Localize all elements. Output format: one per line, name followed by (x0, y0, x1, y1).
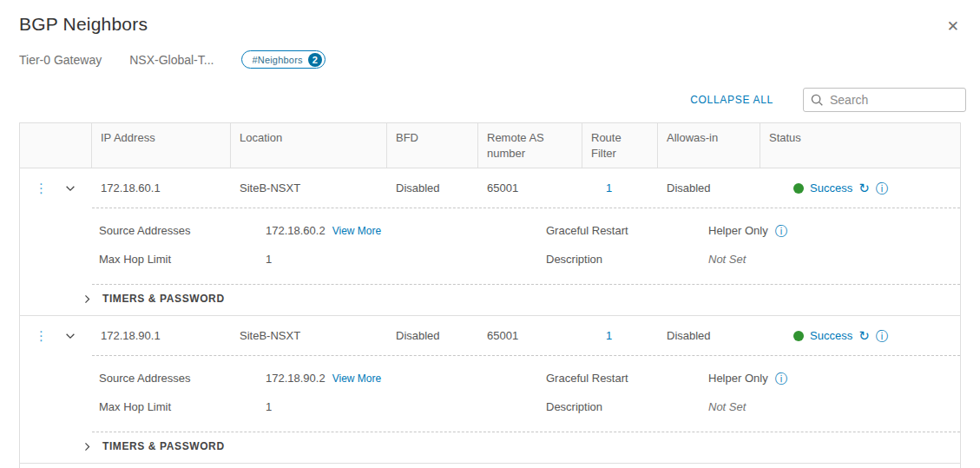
status-label[interactable]: Success (810, 181, 852, 194)
search-icon (811, 94, 824, 107)
cell-remote-as: 65001 (478, 181, 582, 194)
header-actions (20, 123, 92, 168)
kebab-menu-icon[interactable]: ⋮ (35, 181, 48, 194)
route-filter-link[interactable]: 1 (606, 329, 612, 342)
row-actions-cell: ⋮ (20, 316, 92, 355)
description-value: Not Set (708, 400, 960, 413)
info-icon[interactable]: ⓘ (775, 225, 787, 237)
row-actions-cell: ⋮ (20, 168, 92, 208)
graceful-restart-value: Helper Only (708, 372, 768, 385)
kebab-menu-icon[interactable]: ⋮ (35, 329, 48, 342)
header-location: Location (231, 123, 387, 168)
bgp-neighbors-dialog: BGP Neighbors ✕ Tier-0 Gateway NSX-Globa… (0, 0, 980, 468)
cell-bfd: Disabled (387, 181, 478, 194)
description-label: Description (546, 253, 708, 266)
timers-password-label[interactable]: TIMERS & PASSWORD (102, 440, 225, 452)
cell-ip-address: 172.18.90.1 (92, 329, 231, 342)
source-addresses-value: 172.18.90.2 (266, 372, 326, 385)
info-icon[interactable]: ⓘ (876, 182, 888, 194)
source-addresses-label: Source Addresses (99, 224, 266, 237)
status-dot (793, 331, 804, 341)
neighbors-table: IP Address Location BFD Remote AS number… (19, 122, 961, 468)
header-route-filter: Route Filter (582, 123, 658, 168)
table-row: ⋮ 172.18.60.1 SiteB-NSXT Disabled 65001 … (20, 168, 960, 316)
graceful-restart-label: Graceful Restart (546, 224, 708, 237)
search-box[interactable] (803, 88, 966, 112)
chevron-right-icon (82, 441, 93, 452)
page-title: BGP Neighbors (19, 14, 148, 35)
neighbors-count-badge[interactable]: #Neighbors 2 (241, 50, 325, 69)
graceful-restart-value: Helper Only (708, 224, 768, 237)
close-icon[interactable]: ✕ (942, 14, 964, 39)
source-addresses-label: Source Addresses (99, 372, 266, 385)
neighbor-details: Source Addresses 172.18.90.2View More Gr… (20, 356, 960, 432)
table-header-row: IP Address Location BFD Remote AS number… (20, 122, 960, 168)
cell-status: Success ↻ ⓘ (760, 181, 960, 194)
neighbor-main-row: ⋮ 172.18.90.1 SiteB-NSXT Disabled 65001 … (20, 316, 960, 355)
view-more-link[interactable]: View More (332, 225, 381, 237)
max-hop-limit-label: Max Hop Limit (99, 400, 266, 413)
breadcrumb-tier0-gateway: Tier-0 Gateway (19, 53, 102, 67)
timers-password-section[interactable]: TIMERS & PASSWORD (20, 432, 960, 463)
dialog-header: BGP Neighbors ✕ (0, 0, 980, 39)
cell-location: SiteB-NSXT (231, 181, 387, 194)
status-label[interactable]: Success (810, 329, 852, 342)
chevron-right-icon (82, 293, 93, 305)
header-ip-address: IP Address (92, 123, 231, 168)
info-icon[interactable]: ⓘ (876, 330, 888, 342)
search-input[interactable] (830, 93, 958, 107)
status-dot (793, 183, 804, 194)
timers-password-section[interactable]: TIMERS & PASSWORD (20, 285, 960, 315)
neighbor-details: Source Addresses 172.18.60.2View More Gr… (20, 208, 960, 284)
view-more-link[interactable]: View More (332, 372, 381, 385)
refresh-icon[interactable]: ↻ (858, 329, 870, 342)
cell-allowas-in: Disabled (658, 329, 760, 342)
cell-bfd: Disabled (387, 329, 478, 342)
cell-route-filter: 1 (582, 329, 658, 342)
timers-password-label[interactable]: TIMERS & PASSWORD (102, 293, 225, 305)
refresh-icon[interactable]: ↻ (858, 181, 870, 194)
chevron-down-icon[interactable] (62, 181, 78, 196)
collapse-all-button[interactable]: COLLAPSE ALL (690, 94, 773, 106)
neighbor-main-row: ⋮ 172.18.60.1 SiteB-NSXT Disabled 65001 … (20, 168, 960, 208)
graceful-restart-label: Graceful Restart (546, 372, 708, 385)
info-icon[interactable]: ⓘ (775, 372, 787, 385)
table-row: ⋮ 172.18.90.1 SiteB-NSXT Disabled 65001 … (20, 316, 960, 464)
header-remote-as: Remote AS number (478, 123, 582, 168)
header-allowas-in: Allowas-in (658, 123, 760, 168)
route-filter-link[interactable]: 1 (606, 181, 612, 194)
neighbors-badge-label: #Neighbors (252, 55, 302, 65)
neighbors-badge-count: 2 (308, 53, 322, 67)
description-label: Description (546, 400, 708, 413)
cell-allowas-in: Disabled (658, 181, 760, 194)
cell-location: SiteB-NSXT (231, 329, 387, 342)
breadcrumb: Tier-0 Gateway NSX-Global-T... #Neighbor… (0, 39, 980, 69)
source-addresses-value: 172.18.60.2 (266, 224, 326, 237)
cell-route-filter: 1 (582, 181, 658, 194)
toolbar: COLLAPSE ALL (0, 69, 980, 112)
cell-remote-as: 65001 (478, 329, 582, 342)
header-status: Status (760, 123, 960, 168)
header-bfd: BFD (387, 123, 478, 168)
cell-ip-address: 172.18.60.1 (92, 181, 231, 194)
description-value: Not Set (708, 253, 960, 266)
max-hop-limit-value: 1 (266, 253, 546, 266)
breadcrumb-gateway-name: NSX-Global-T... (129, 53, 214, 67)
max-hop-limit-label: Max Hop Limit (99, 253, 266, 266)
cell-status: Success ↻ ⓘ (760, 329, 960, 342)
chevron-down-icon[interactable] (62, 328, 78, 344)
max-hop-limit-value: 1 (266, 400, 546, 413)
